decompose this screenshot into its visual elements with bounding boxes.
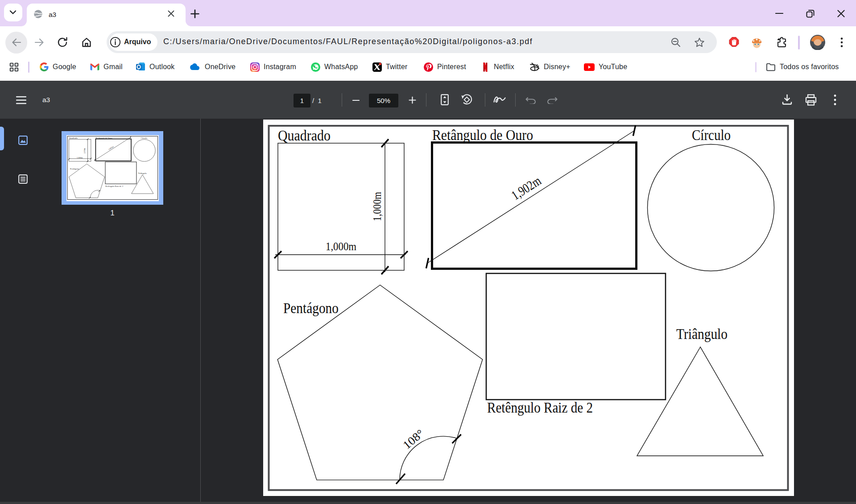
svg-text:Pentágono: Pentágono bbox=[70, 168, 79, 170]
svg-text:Triângulo: Triângulo bbox=[676, 326, 728, 342]
svg-text:Quadrado: Quadrado bbox=[278, 128, 331, 144]
svg-text:Círculo: Círculo bbox=[692, 127, 731, 143]
svg-text:Retângulo de Ouro: Retângulo de Ouro bbox=[432, 127, 533, 143]
svg-text:1,000m: 1,000m bbox=[83, 148, 86, 154]
svg-text:Retêngulo Raiz de 2: Retêngulo Raiz de 2 bbox=[105, 185, 123, 187]
svg-text:Círculo: Círculo bbox=[141, 137, 148, 139]
svg-text:Triângulo: Triângulo bbox=[138, 172, 147, 174]
svg-text:Retêngulo Raiz de 2: Retêngulo Raiz de 2 bbox=[487, 400, 593, 416]
svg-text:1,902m: 1,902m bbox=[509, 173, 543, 203]
svg-text:Pentágono: Pentágono bbox=[283, 300, 339, 316]
svg-text:1,000m: 1,000m bbox=[326, 240, 356, 252]
svg-text:Quadrado: Quadrado bbox=[69, 137, 78, 139]
svg-text:1,000m: 1,000m bbox=[371, 192, 383, 221]
svg-text:Retângulo de Ouro: Retângulo de Ouro bbox=[96, 137, 113, 139]
